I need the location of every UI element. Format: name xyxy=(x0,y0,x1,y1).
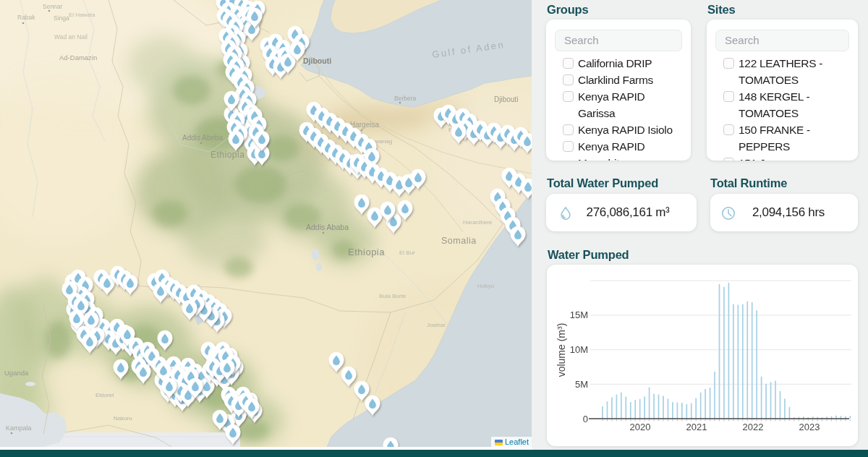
svg-text:Addis Abeba: Addis Abeba xyxy=(182,134,224,142)
svg-text:El Hawata: El Hawata xyxy=(69,12,95,18)
svg-text:5M: 5M xyxy=(575,379,588,390)
svg-text:2023: 2023 xyxy=(799,422,820,432)
svg-text:Hargeisa: Hargeisa xyxy=(350,121,379,129)
svg-text:15M: 15M xyxy=(570,309,588,320)
svg-text:Uganda: Uganda xyxy=(4,369,29,377)
svg-text:Eldoret: Eldoret xyxy=(95,392,114,398)
svg-text:Bula Burte: Bula Burte xyxy=(379,293,407,299)
svg-text:Wad an Nail: Wad an Nail xyxy=(54,33,88,40)
svg-text:volume (m³): volume (m³) xyxy=(556,323,567,377)
svg-text:Nakuru: Nakuru xyxy=(114,415,132,422)
svg-text:Kampala: Kampala xyxy=(6,424,32,432)
svg-text:Djibouti: Djibouti xyxy=(303,56,331,65)
svg-text:Hobyo: Hobyo xyxy=(477,283,495,289)
svg-text:Singa: Singa xyxy=(54,14,69,22)
svg-text:Djibouti: Djibouti xyxy=(494,95,518,103)
svg-text:Jowhar: Jowhar xyxy=(427,322,446,328)
svg-text:2021: 2021 xyxy=(686,422,707,432)
svg-text:Ethiopia: Ethiopia xyxy=(210,150,244,160)
svg-text:Somalia: Somalia xyxy=(441,236,477,246)
svg-text:2022: 2022 xyxy=(743,422,764,432)
svg-text:Berbera: Berbera xyxy=(394,95,417,102)
svg-text:El Bur: El Bur xyxy=(399,249,415,256)
svg-text:Harardhere: Harardhere xyxy=(463,219,493,226)
svg-text:Rabak: Rabak xyxy=(17,14,35,21)
svg-text:Addis Ababa: Addis Ababa xyxy=(306,223,349,231)
svg-text:2020: 2020 xyxy=(630,422,651,432)
svg-text:Ethiopia: Ethiopia xyxy=(348,247,385,257)
svg-text:Ad-Damazin: Ad-Damazin xyxy=(59,54,97,61)
svg-text:Sennar: Sennar xyxy=(43,3,63,10)
svg-text:10M: 10M xyxy=(570,344,588,355)
svg-text:0: 0 xyxy=(583,414,588,424)
